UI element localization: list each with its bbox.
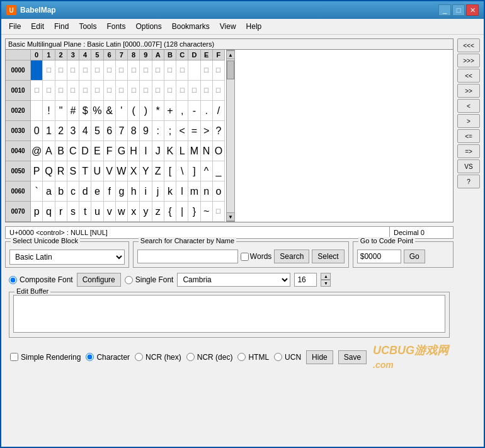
char-cell[interactable]: ☐ (91, 60, 103, 81)
char-cell[interactable]: X (128, 161, 140, 181)
char-cell[interactable]: ☐ (176, 81, 188, 101)
char-cell[interactable]: q (43, 202, 55, 222)
char-cell[interactable]: ☐ (104, 81, 116, 101)
char-cell[interactable]: c (67, 181, 79, 202)
char-cell[interactable]: S (67, 161, 79, 181)
char-cell[interactable]: ☐ (176, 60, 188, 81)
char-cell[interactable]: o (213, 181, 225, 202)
char-cell[interactable]: b (55, 181, 67, 202)
char-cell[interactable]: t (79, 202, 91, 222)
char-cell[interactable]: ] (188, 161, 200, 181)
composite-font-radio[interactable] (9, 276, 17, 284)
single-font-radio[interactable] (125, 276, 133, 284)
char-cell[interactable]: M (188, 141, 200, 161)
char-cell[interactable]: _ (213, 161, 225, 181)
char-cell[interactable]: ☐ (152, 81, 164, 101)
char-cell[interactable]: Z (152, 161, 164, 181)
char-cell[interactable]: m (188, 181, 200, 202)
nav-next-block-button[interactable]: >> (457, 84, 480, 98)
char-cell[interactable]: ☐ (140, 81, 152, 101)
char-cell[interactable] (188, 60, 200, 81)
nav-prev-eq-button[interactable]: <= (457, 129, 480, 143)
char-cell[interactable] (31, 101, 43, 121)
words-checkbox[interactable] (241, 253, 249, 261)
char-cell[interactable]: 3 (67, 121, 79, 141)
minimize-button[interactable]: _ (438, 4, 451, 16)
char-cell[interactable]: 9 (140, 121, 152, 141)
char-cell[interactable]: , (176, 101, 188, 121)
menu-find[interactable]: Find (49, 20, 74, 33)
nav-first-button[interactable]: <<< (457, 38, 480, 52)
char-cell[interactable]: y (140, 202, 152, 222)
char-cell[interactable]: s (67, 202, 79, 222)
char-cell[interactable]: ☐ (188, 81, 200, 101)
char-cell[interactable]: ☐ (152, 60, 164, 81)
maximize-button[interactable]: □ (452, 4, 465, 16)
vertical-scrollbar[interactable]: ▲ ▼ (226, 50, 235, 222)
char-cell[interactable]: ☐ (116, 60, 128, 81)
char-cell[interactable]: J (152, 141, 164, 161)
char-cell[interactable]: ☐ (43, 60, 55, 81)
char-cell[interactable]: v (104, 202, 116, 222)
char-cell[interactable]: F (104, 141, 116, 161)
go-button[interactable]: Go (404, 250, 425, 263)
char-cell[interactable]: < (176, 121, 188, 141)
char-cell[interactable]: g (116, 181, 128, 202)
char-cell[interactable]: ☐ (213, 202, 225, 222)
char-cell[interactable]: ☐ (128, 60, 140, 81)
char-cell[interactable]: ☐ (213, 81, 225, 101)
char-cell[interactable]: ☐ (55, 81, 67, 101)
char-cell[interactable]: + (164, 101, 176, 121)
char-cell[interactable]: n (201, 181, 213, 202)
char-cell[interactable]: h (128, 181, 140, 202)
char-cell[interactable]: \ (176, 161, 188, 181)
char-cell[interactable]: U (91, 161, 103, 181)
scroll-up-arrow[interactable]: ▲ (226, 50, 235, 59)
char-cell[interactable]: ( (128, 101, 140, 121)
char-cell[interactable]: 2 (55, 121, 67, 141)
char-cell[interactable]: ☐ (164, 81, 176, 101)
nav-question-button[interactable]: ? (457, 175, 480, 188)
close-button[interactable]: ✕ (466, 4, 479, 16)
char-cell[interactable]: ☐ (79, 81, 91, 101)
char-cell[interactable]: k (164, 181, 176, 202)
ucn-radio[interactable] (274, 353, 282, 361)
char-cell[interactable]: j (152, 181, 164, 202)
char-cell[interactable]: & (104, 101, 116, 121)
char-cell[interactable]: 8 (128, 121, 140, 141)
char-cell[interactable]: u (91, 202, 103, 222)
char-cell[interactable]: % (91, 101, 103, 121)
ncr-hex-radio[interactable] (135, 353, 143, 361)
menu-help[interactable]: Help (241, 20, 267, 33)
menu-file[interactable]: File (4, 20, 26, 33)
search-input[interactable] (137, 250, 238, 263)
char-cell[interactable]: W (116, 161, 128, 181)
char-cell[interactable]: * (152, 101, 164, 121)
char-cell[interactable]: = (188, 121, 200, 141)
char-cell[interactable]: 5 (91, 121, 103, 141)
char-cell[interactable]: ) (140, 101, 152, 121)
char-cell[interactable]: p (31, 202, 43, 222)
char-cell[interactable]: - (188, 101, 200, 121)
char-cell[interactable]: I (140, 141, 152, 161)
char-cell[interactable]: ☐ (128, 81, 140, 101)
edit-buffer-textarea[interactable] (13, 295, 445, 333)
char-cell[interactable]: 0 (31, 121, 43, 141)
char-cell[interactable]: Y (140, 161, 152, 181)
char-cell[interactable] (31, 60, 43, 81)
menu-options[interactable]: Options (130, 20, 166, 33)
char-cell[interactable]: G (116, 141, 128, 161)
char-cell[interactable]: T (79, 161, 91, 181)
char-cell[interactable]: ☐ (213, 60, 225, 81)
char-cell[interactable]: @ (31, 141, 43, 161)
ncr-dec-radio[interactable] (186, 353, 195, 361)
menu-fonts[interactable]: Fonts (101, 20, 130, 33)
char-cell[interactable]: 6 (104, 121, 116, 141)
char-cell[interactable]: ☐ (104, 60, 116, 81)
char-cell[interactable]: D (79, 141, 91, 161)
goto-input[interactable] (357, 250, 401, 263)
char-cell[interactable]: V (104, 161, 116, 181)
nav-next-button[interactable]: > (457, 114, 480, 128)
char-cell[interactable]: z (152, 202, 164, 222)
char-cell[interactable]: : (152, 121, 164, 141)
